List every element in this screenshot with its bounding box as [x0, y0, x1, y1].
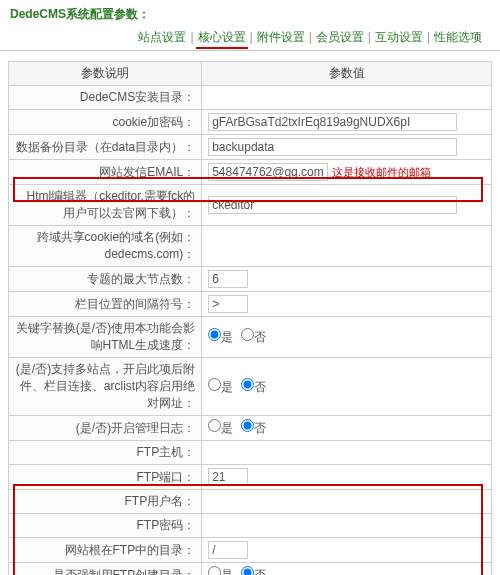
- table-row: DedeCMS安装目录：: [9, 86, 492, 110]
- row-value: [202, 86, 492, 110]
- setting-input[interactable]: [208, 138, 457, 156]
- row-label: DedeCMS安装目录：: [9, 86, 202, 110]
- table-row: FTP密码：: [9, 514, 492, 538]
- settings-body: DedeCMS安装目录：cookie加密码：数据备份目录（在data目录内）：网…: [9, 86, 492, 576]
- radio-yes[interactable]: 是: [208, 568, 233, 575]
- row-label: 数据备份目录（在data目录内）：: [9, 135, 202, 160]
- radio-no[interactable]: 否: [241, 568, 266, 575]
- table-row: 跨域共享cookie的域名(例如：dedecms.com)：: [9, 226, 492, 267]
- page-header: DedeCMS系统配置参数： 站点设置|核心设置|附件设置|会员设置|互动设置|…: [0, 0, 500, 51]
- row-value: [202, 185, 492, 226]
- row-value: [202, 514, 492, 538]
- row-label: 跨域共享cookie的域名(例如：dedecms.com)：: [9, 226, 202, 267]
- row-value: [202, 538, 492, 563]
- row-value: [202, 292, 492, 317]
- table-row: 是否强制用FTP创建目录：是否: [9, 563, 492, 576]
- table-row: (是/否)开启管理日志：是否: [9, 416, 492, 441]
- row-value: 是否: [202, 416, 492, 441]
- table-row: Html编辑器（ckeditor,需要fck的用户可以去官网下载）：: [9, 185, 492, 226]
- row-value: [202, 441, 492, 465]
- radio-yes[interactable]: 是: [208, 380, 233, 394]
- table-row: FTP用户名：: [9, 490, 492, 514]
- row-label: 网站根在FTP中的目录：: [9, 538, 202, 563]
- row-label: 专题的最大节点数：: [9, 267, 202, 292]
- setting-input[interactable]: [208, 468, 248, 486]
- tab-3[interactable]: 会员设置: [312, 30, 368, 44]
- annotation: 这是接收邮件的邮箱: [332, 166, 431, 178]
- table-row: FTP主机：: [9, 441, 492, 465]
- table-row: 关键字替换(是/否)使用本功能会影响HTML生成速度：是否: [9, 317, 492, 358]
- row-value: 是否: [202, 358, 492, 416]
- row-label: cookie加密码：: [9, 110, 202, 135]
- row-label: 网站发信EMAIL：: [9, 160, 202, 185]
- table-row: 专题的最大节点数：: [9, 267, 492, 292]
- page-title: DedeCMS系统配置参数：: [10, 6, 490, 23]
- tab-bar: 站点设置|核心设置|附件设置|会员设置|互动设置|性能选项: [10, 29, 490, 46]
- table-row: 网站根在FTP中的目录：: [9, 538, 492, 563]
- row-value: 是否: [202, 317, 492, 358]
- row-value: [202, 267, 492, 292]
- table-row: 栏目位置的间隔符号：: [9, 292, 492, 317]
- row-label: FTP主机：: [9, 441, 202, 465]
- setting-input[interactable]: [208, 163, 328, 181]
- radio-no[interactable]: 否: [241, 421, 266, 435]
- row-label: FTP密码：: [9, 514, 202, 538]
- tab-5[interactable]: 性能选项: [430, 30, 486, 44]
- row-value: [202, 110, 492, 135]
- radio-no[interactable]: 否: [241, 380, 266, 394]
- setting-input[interactable]: [208, 196, 457, 214]
- col-param: 参数说明: [9, 62, 202, 86]
- radio-no[interactable]: 否: [241, 330, 266, 344]
- row-label: 栏目位置的间隔符号：: [9, 292, 202, 317]
- setting-input[interactable]: [208, 295, 248, 313]
- row-value: [202, 465, 492, 490]
- radio-yes[interactable]: 是: [208, 421, 233, 435]
- table-row: (是/否)支持多站点，开启此项后附件、栏目连接、arclist内容启用绝对网址：…: [9, 358, 492, 416]
- table-row: FTP端口：: [9, 465, 492, 490]
- row-value: [202, 135, 492, 160]
- row-label: 关键字替换(是/否)使用本功能会影响HTML生成速度：: [9, 317, 202, 358]
- table-row: 数据备份目录（在data目录内）：: [9, 135, 492, 160]
- content-area: 参数说明 参数值 DedeCMS安装目录：cookie加密码：数据备份目录（在d…: [0, 51, 500, 575]
- setting-input[interactable]: [208, 270, 248, 288]
- tab-4[interactable]: 互动设置: [371, 30, 427, 44]
- setting-input[interactable]: [208, 113, 457, 131]
- row-value: [202, 226, 492, 267]
- row-label: (是/否)支持多站点，开启此项后附件、栏目连接、arclist内容启用绝对网址：: [9, 358, 202, 416]
- settings-table: 参数说明 参数值 DedeCMS安装目录：cookie加密码：数据备份目录（在d…: [8, 61, 492, 575]
- table-row: cookie加密码：: [9, 110, 492, 135]
- col-value: 参数值: [202, 62, 492, 86]
- row-value: 是否: [202, 563, 492, 576]
- setting-input[interactable]: [208, 541, 248, 559]
- row-label: 是否强制用FTP创建目录：: [9, 563, 202, 576]
- tab-1[interactable]: 核心设置: [194, 30, 250, 44]
- row-label: (是/否)开启管理日志：: [9, 416, 202, 441]
- tab-2[interactable]: 附件设置: [253, 30, 309, 44]
- row-value: 这是接收邮件的邮箱: [202, 160, 492, 185]
- row-label: FTP用户名：: [9, 490, 202, 514]
- tab-0[interactable]: 站点设置: [134, 30, 190, 44]
- row-value: [202, 490, 492, 514]
- row-label: Html编辑器（ckeditor,需要fck的用户可以去官网下载）：: [9, 185, 202, 226]
- table-row: 网站发信EMAIL：这是接收邮件的邮箱: [9, 160, 492, 185]
- radio-yes[interactable]: 是: [208, 330, 233, 344]
- row-label: FTP端口：: [9, 465, 202, 490]
